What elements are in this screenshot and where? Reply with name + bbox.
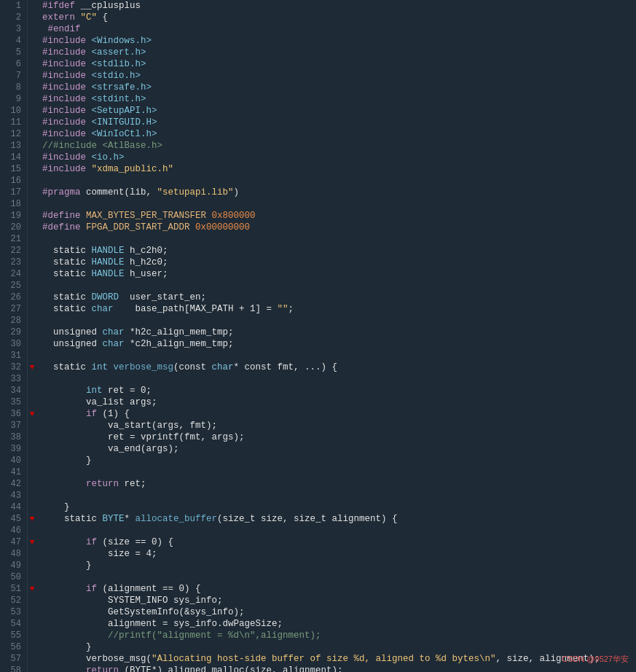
fold-marker (28, 350, 36, 362)
code-line (42, 175, 636, 187)
fold-marker (28, 245, 36, 257)
code-line: #include <assert.h> (42, 47, 636, 58)
fold-marker (28, 105, 36, 117)
line-number: 6 (6, 58, 21, 70)
fold-marker (28, 303, 36, 315)
line-number: 32 (6, 362, 21, 373)
fold-marker (28, 140, 36, 152)
code-line (42, 315, 636, 327)
code-line: va_list args; (42, 396, 636, 408)
code-line: #include <stdint.h> (42, 93, 636, 105)
code-line: va_start(args, fmt); (42, 420, 636, 431)
fold-marker (28, 23, 36, 35)
code-line: alignment = sys_info.dwPageSize; (42, 618, 636, 630)
line-number: 41 (6, 466, 21, 478)
line-number: 23 (6, 257, 21, 268)
fold-marker (28, 443, 36, 455)
line-number: 12 (6, 128, 21, 140)
fold-marker (28, 93, 36, 105)
line-number: 3 (6, 23, 21, 35)
line-number: 54 (6, 618, 21, 630)
line-number: 35 (6, 396, 21, 408)
fold-marker[interactable]: ▼ (28, 536, 36, 548)
line-number: 2 (6, 12, 21, 23)
code-line (42, 525, 636, 536)
code-line: #ifdef __cplusplus (42, 0, 636, 12)
line-number: 42 (6, 478, 21, 490)
line-number: 24 (6, 268, 21, 280)
fold-marker[interactable]: ▼ (28, 362, 36, 373)
code-line: if (size == 0) { (42, 536, 636, 548)
code-line: return (BYTE*)_aligned_malloc(size, alig… (42, 665, 636, 672)
code-line (42, 233, 636, 245)
line-number: 26 (6, 292, 21, 303)
line-number: 45 (6, 513, 21, 525)
code-line: int ret = 0; (42, 385, 636, 396)
line-number: 46 (6, 525, 21, 536)
line-number: 51 (6, 583, 21, 595)
code-line (42, 280, 636, 292)
fold-marker (28, 58, 36, 70)
fold-marker (28, 268, 36, 280)
line-number: 57 (6, 653, 21, 665)
line-number: 4 (6, 35, 21, 47)
line-number: 52 (6, 595, 21, 606)
code-line: #include "xdma_public.h" (42, 163, 636, 175)
code-line: unsigned char *h2c_align_mem_tmp; (42, 327, 636, 338)
code-line (42, 490, 636, 501)
line-numbers: 1234567891011121314151617181920212223242… (0, 0, 28, 672)
code-line (42, 466, 636, 478)
line-number: 22 (6, 245, 21, 257)
fold-marker (28, 257, 36, 268)
code-line: #define FPGA_DDR_START_ADDR 0x00000000 (42, 222, 636, 233)
line-number: 14 (6, 152, 21, 163)
fold-marker (28, 222, 36, 233)
code-line: #include <stdlib.h> (42, 58, 636, 70)
fold-marker[interactable]: ▼ (28, 408, 36, 420)
code-line: //printf("alignment = %d\n",alignment); (42, 630, 636, 641)
fold-marker (28, 292, 36, 303)
line-number: 28 (6, 315, 21, 327)
fold-marker (28, 490, 36, 501)
line-number: 58 (6, 665, 21, 672)
fold-marker (28, 653, 36, 665)
code-line: #include <WinIoCtl.h> (42, 128, 636, 140)
code-line (42, 350, 636, 362)
fold-marker (28, 548, 36, 560)
code-line: ret = vprintf(fmt, args); (42, 431, 636, 443)
fold-marker (28, 420, 36, 431)
code-line: verbose_msg("Allocating host-side buffer… (42, 653, 636, 665)
code-line: //#include <AtlBase.h> (42, 140, 636, 152)
fold-marker (28, 665, 36, 672)
fold-marker[interactable]: ▼ (28, 513, 36, 525)
code-line: if (alignment == 0) { (42, 583, 636, 595)
line-number: 27 (6, 303, 21, 315)
fold-marker (28, 280, 36, 292)
code-line: #include <strsafe.h> (42, 82, 636, 93)
fold-marker (28, 618, 36, 630)
line-number: 48 (6, 548, 21, 560)
fold-marker (28, 431, 36, 443)
line-number: 16 (6, 175, 21, 187)
fold-marker (28, 595, 36, 606)
code-line: } (42, 455, 636, 466)
line-number: 44 (6, 501, 21, 513)
code-line: } (42, 641, 636, 653)
fold-marker[interactable]: ▼ (28, 583, 36, 595)
code-line: static HANDLE h_user; (42, 268, 636, 280)
code-line: } (42, 501, 636, 513)
line-number: 21 (6, 233, 21, 245)
fold-marker (28, 0, 36, 12)
line-number: 30 (6, 338, 21, 350)
line-number: 11 (6, 117, 21, 128)
code-line: static BYTE* allocate_buffer(size_t size… (42, 513, 636, 525)
fold-marker (28, 455, 36, 466)
code-line: #pragma comment(lib, "setupapi.lib") (42, 187, 636, 198)
fold-marker (28, 70, 36, 82)
code-line: static DWORD user_start_en; (42, 292, 636, 303)
line-number: 43 (6, 490, 21, 501)
fold-marker (28, 187, 36, 198)
line-number: 13 (6, 140, 21, 152)
code-editor: 1234567891011121314151617181920212223242… (0, 0, 636, 672)
code-line: static int verbose_msg(const char* const… (42, 362, 636, 373)
